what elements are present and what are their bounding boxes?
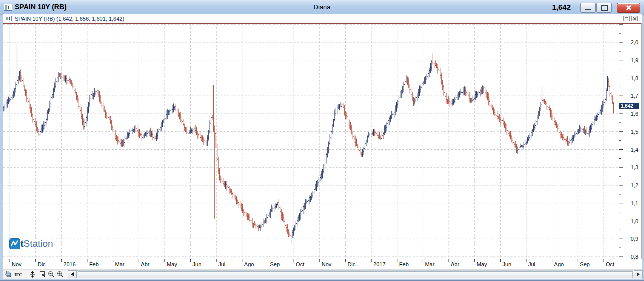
svg-text:May: May — [477, 262, 487, 268]
svg-text:1,5: 1,5 — [631, 129, 638, 135]
svg-text:May: May — [167, 262, 177, 268]
fit-vertical-icon[interactable] — [28, 270, 37, 278]
chart-window: SPAIN 10Y (RB) Diaria 1,642 SPAIN 10Y (R… — [0, 0, 644, 281]
zoom-in-icon[interactable] — [56, 270, 65, 278]
svg-text:Dic: Dic — [347, 262, 355, 268]
window-titlebar[interactable]: SPAIN 10Y (RB) Diaria 1,642 — [0, 0, 644, 15]
svg-text:1,6: 1,6 — [631, 111, 638, 117]
svg-text:Jun: Jun — [193, 262, 202, 268]
ohlc-svg: 2,01,91,81,71,61,51,41,31,21,11,00,90,8 … — [3, 24, 642, 270]
series-chart-icon — [5, 16, 12, 22]
svg-text:Mar: Mar — [425, 262, 434, 268]
svg-text:1,2: 1,2 — [631, 182, 638, 188]
svg-text:Jul: Jul — [218, 262, 225, 268]
close-button[interactable] — [617, 3, 640, 13]
svg-text:1,1: 1,1 — [631, 200, 638, 206]
svg-text:Oct: Oct — [296, 262, 304, 268]
svg-text:1,9: 1,9 — [631, 58, 638, 64]
scroll-right-icon[interactable] — [634, 270, 643, 278]
svg-text:1,0: 1,0 — [631, 218, 638, 224]
scroll-left-icon[interactable] — [68, 270, 77, 278]
svg-text:Ago: Ago — [554, 262, 564, 268]
svg-text:Abr: Abr — [141, 262, 149, 268]
svg-text:2016: 2016 — [63, 262, 75, 268]
netstation-logo-icon — [9, 238, 20, 250]
svg-text:0,9: 0,9 — [631, 236, 638, 242]
svg-text:1,7: 1,7 — [631, 93, 638, 99]
svg-text:Oct: Oct — [606, 262, 614, 268]
svg-text:Feb: Feb — [399, 262, 409, 268]
toolbar-separator — [25, 271, 25, 278]
chart-canvas[interactable]: 2,01,91,81,71,61,51,41,31,21,11,00,90,8 … — [3, 24, 642, 270]
netstation-watermark: netStation — [9, 238, 53, 250]
last-price-title: 1,642 — [552, 3, 571, 12]
minimize-button[interactable] — [580, 3, 596, 13]
client-area: SPAIN 10Y (RB) (1,642, 1,656, 1,601, 1,6… — [3, 14, 642, 278]
svg-text:0,8: 0,8 — [631, 254, 638, 260]
svg-text:1,3: 1,3 — [631, 164, 638, 170]
svg-text:Mar: Mar — [115, 262, 125, 268]
svg-text:Feb: Feb — [89, 262, 99, 268]
series-ohlc-readout: SPAIN 10Y (RB) (1,642, 1,656, 1,601, 1,6… — [15, 16, 124, 22]
svg-text:Sep: Sep — [270, 262, 280, 268]
restore-button[interactable] — [596, 3, 612, 13]
svg-text:Ago: Ago — [244, 262, 254, 268]
svg-text:2,0: 2,0 — [631, 40, 638, 46]
svg-text:2017: 2017 — [373, 262, 385, 268]
horizontal-scrollbar[interactable] — [77, 270, 633, 278]
svg-text:Jul: Jul — [528, 262, 535, 268]
inner-restore-icon[interactable] — [623, 16, 630, 22]
scrollbar-thumb[interactable] — [78, 272, 633, 278]
svg-text:1,8: 1,8 — [631, 76, 638, 82]
svg-text:Jun: Jun — [502, 262, 511, 268]
series-header: SPAIN 10Y (RB) (1,642, 1,656, 1,601, 1,6… — [3, 14, 642, 24]
zoom-out-icon[interactable] — [47, 270, 56, 278]
svg-text:Nov: Nov — [12, 262, 22, 268]
connection-globe-icon[interactable] — [4, 270, 13, 278]
timeframe-label: Diaria — [0, 4, 644, 11]
svg-text:Sep: Sep — [580, 262, 590, 268]
svg-text:Abr: Abr — [451, 262, 459, 268]
bottom-toolbar: IFC — [3, 270, 642, 279]
fit-page-icon[interactable] — [38, 270, 47, 278]
svg-text:1,4: 1,4 — [631, 147, 638, 153]
svg-text:Nov: Nov — [322, 262, 332, 268]
svg-text:Dic: Dic — [38, 262, 46, 268]
ifc-icon[interactable]: IFC — [14, 270, 23, 278]
toolbar-separator — [66, 271, 66, 278]
last-price-tag: 1,642 — [619, 103, 639, 110]
inner-close-icon[interactable] — [631, 16, 638, 22]
